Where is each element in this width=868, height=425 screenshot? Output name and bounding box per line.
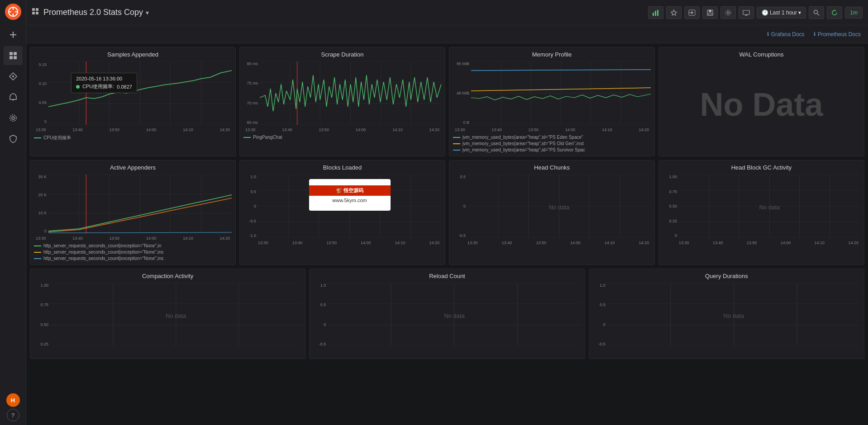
sidebar-item-explore[interactable]: [4, 67, 23, 86]
main-header: Prometheus 2.0 Stats Copy ▾: [26, 0, 868, 25]
panel-content-samples-appended: 0.15 0.10 0.05 0: [34, 61, 232, 141]
svg-rect-19: [32, 12, 35, 14]
sidebar-item-configuration[interactable]: [4, 109, 23, 128]
legend-label-2: jvm_memory_used_bytes{area="heap",id="PS…: [463, 141, 584, 146]
avatar[interactable]: H: [6, 393, 20, 407]
svg-point-0: [5, 4, 21, 20]
star-button[interactable]: [666, 6, 682, 19]
legend-color-dot: [34, 137, 41, 138]
save-button[interactable]: [702, 6, 718, 19]
chart-active-appenders: [48, 175, 232, 233]
svg-rect-8: [10, 52, 13, 55]
svg-marker-36: [835, 9, 836, 11]
legend-samples: CPU使用频率: [34, 135, 232, 141]
panel-content-query: 1.0 0.5 0 -0.5 No data: [593, 283, 860, 348]
grafana-logo[interactable]: [5, 4, 21, 20]
title-chevron-icon[interactable]: ▾: [146, 9, 149, 16]
svg-point-15: [12, 117, 14, 119]
watermark-url: www.5kym.com: [330, 196, 368, 205]
no-data-compaction: No data: [166, 312, 186, 319]
y-axis-reload: 1.0 0.5 0 -0.5: [313, 283, 326, 346]
search-button[interactable]: [809, 6, 824, 19]
panel-memory-profile: Memory Profile 95 MiB 48 MiB 0 B: [449, 47, 655, 156]
y-axis-memory: 95 MiB 48 MiB 0 B: [453, 61, 469, 125]
x-axis-memory: 13:30 13:40 13:50 14:00 14:10 14:20: [453, 128, 651, 132]
legend-appenders-item-1: http_server_requests_seconds_count{excep…: [34, 243, 232, 248]
watermark-banner: 🐒 悟空源码: [309, 185, 391, 196]
svg-rect-14: [12, 99, 14, 100]
panel-content-head-chunks: 0.5 0 -0.5 No data: [453, 175, 651, 239]
refresh-interval[interactable]: 1m: [845, 7, 863, 19]
no-data-reload: No data: [444, 312, 465, 319]
sidebar-item-add[interactable]: [4, 25, 23, 44]
panel-content-blocks: 1.0 0.5 0 -0.5 -1.0: [243, 175, 441, 239]
refresh-button[interactable]: [827, 6, 842, 19]
panel-title-active-appenders: Active Appenders: [34, 164, 232, 171]
sidebar-bottom: H ?: [6, 393, 20, 421]
no-data-head-chunks: No data: [549, 203, 570, 210]
svg-point-16: [10, 115, 16, 121]
big-no-data-text: No Data: [700, 88, 823, 121]
sidebar-item-dashboard[interactable]: [4, 46, 23, 65]
svg-rect-20: [36, 12, 38, 14]
legend-label-1: jvm_memory_used_bytes{area="heap",id="PS…: [463, 135, 583, 140]
svg-rect-17: [32, 8, 35, 11]
panel-title-reload-count: Reload Count: [313, 273, 581, 279]
panel-compaction-activity: Compaction Activity 1.00 0.75 0.50 0.25: [30, 269, 305, 359]
legend-appenders-item-3: http_server_requests_seconds_count{excep…: [34, 256, 232, 261]
legend-label: CPU使用频率: [43, 135, 71, 141]
y-axis-appenders: 30 K 20 K 10 K 0: [34, 175, 47, 233]
legend-appenders: http_server_requests_seconds_count{excep…: [34, 243, 232, 261]
panel-content-head-gc: 1.00 0.75 0.50 0.25 0: [663, 175, 860, 239]
header-actions: 🕐 Last 1 hour ▾ 1m: [648, 6, 863, 19]
info-icon: ℹ: [767, 31, 769, 37]
y-axis-head-chunks: 0.5 0 -0.5: [453, 175, 466, 238]
svg-rect-22: [655, 11, 656, 16]
sidebar-item-shield[interactable]: [4, 129, 23, 148]
svg-point-13: [12, 76, 14, 77]
svg-rect-28: [708, 13, 712, 15]
panel-blocks-loaded: Blocks Loaded 1.0 0.5 0 -0.5 -1.0: [239, 160, 445, 265]
panel-reload-count: Reload Count 1.0 0.5 0 -0.5: [309, 269, 585, 359]
svg-rect-27: [709, 10, 711, 12]
panel-title-memory-profile: Memory Profile: [453, 51, 651, 58]
legend-item: PingPangChat: [243, 135, 441, 140]
sidebar-item-help[interactable]: ?: [7, 409, 19, 421]
svg-rect-10: [10, 56, 13, 59]
svg-line-35: [817, 14, 819, 15]
legend-color: [243, 137, 251, 138]
panel-content-active-appenders: 30 K 20 K 10 K 0: [34, 175, 232, 261]
tv-mode-button[interactable]: [739, 6, 754, 19]
dashboard-row-3: Compaction Activity 1.00 0.75 0.50 0.25: [30, 269, 864, 359]
prometheus-docs-link[interactable]: ℹ Prometheus Docs: [814, 31, 861, 38]
chart-tooltip-samples: 2020-05-16 13:36:00 CPU使用频率: 0.0827: [71, 73, 137, 93]
time-range-picker[interactable]: 🕐 Last 1 hour ▾: [757, 7, 806, 19]
legend-color-1: [453, 137, 460, 138]
tooltip-dot: [76, 85, 80, 89]
panel-wal-corruptions: WAL Corruptions No Data: [658, 47, 864, 156]
grafana-docs-link[interactable]: ℹ Grafana Docs: [767, 31, 805, 38]
svg-rect-21: [653, 13, 654, 16]
y-axis-compaction: 1.00 0.75 0.50 0.25: [34, 283, 48, 346]
svg-point-29: [727, 11, 729, 14]
legend-memory: jvm_memory_used_bytes{area="heap",id="PS…: [453, 135, 651, 152]
panel-title-wal-corruptions: WAL Corruptions: [663, 51, 860, 58]
tooltip-row: CPU使用频率: 0.0827: [76, 83, 132, 90]
share-button[interactable]: [684, 6, 700, 19]
no-data-gc: No data: [759, 203, 780, 210]
sidebar-item-alerting[interactable]: [4, 88, 23, 107]
bar-chart-button[interactable]: [648, 6, 663, 19]
x-axis-samples: 13:30 13:40 13:50 14:00 14:10 14:20: [34, 128, 232, 132]
svg-marker-24: [671, 10, 677, 15]
legend-item-3: jvm_memory_used_bytes{area="heap",id="PS…: [453, 147, 651, 152]
panel-title-query-durations: Query Durations: [593, 273, 860, 279]
settings-button[interactable]: [720, 6, 736, 19]
panel-content-reload: 1.0 0.5 0 -0.5 No data: [313, 283, 581, 348]
legend-label-a1: http_server_requests_seconds_count{excep…: [43, 243, 161, 248]
panel-content-scrape-duration: 80 ms 75 ms 70 ms 65 ms: [243, 61, 441, 140]
x-axis-scrape: 13:30 13:40 13:50 14:00 14:10 14:20: [243, 128, 441, 132]
dashboard-grid-icon: [32, 8, 40, 18]
sidebar: H ?: [0, 0, 26, 425]
no-data-query: No data: [724, 312, 744, 319]
panel-content-wal: No Data: [663, 61, 860, 134]
